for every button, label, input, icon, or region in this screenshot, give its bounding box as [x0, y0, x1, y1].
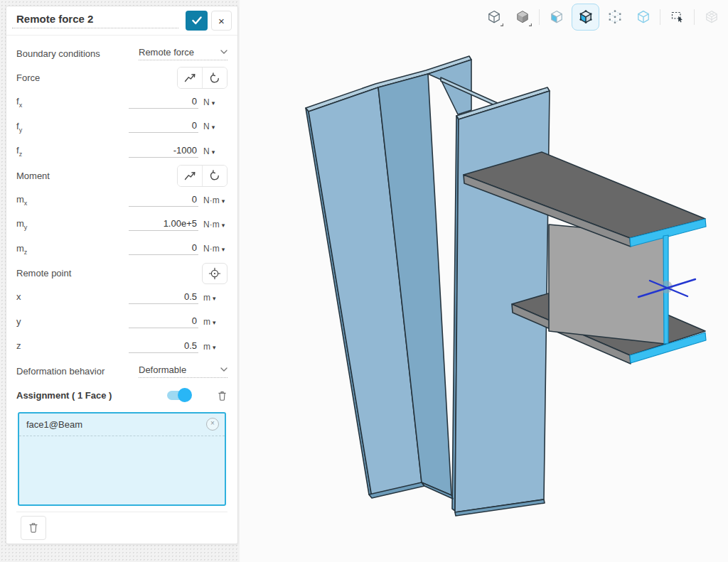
- trash-icon: [28, 522, 39, 534]
- mx-label: mx: [16, 194, 27, 207]
- panel-header: ×: [6, 6, 237, 36]
- check-icon: [192, 16, 202, 25]
- trash-icon: [217, 390, 228, 401]
- my-unit-dropdown[interactable]: N·m▾: [203, 220, 228, 229]
- toolbar-divider: [660, 9, 660, 25]
- y-unit-dropdown[interactable]: m▾: [203, 317, 228, 327]
- column-body[interactable]: [306, 56, 550, 516]
- x-label: x: [16, 291, 21, 304]
- row-mz: mz N·m▾: [16, 237, 228, 261]
- toolbar-mesh-view-button[interactable]: [698, 4, 724, 30]
- z-input[interactable]: [129, 340, 198, 353]
- toolbar-select-faces-button[interactable]: [572, 4, 599, 31]
- fz-input[interactable]: [129, 145, 198, 158]
- assignment-delete-button[interactable]: [217, 390, 228, 401]
- mx-unit-dropdown[interactable]: N·m▾: [203, 195, 228, 205]
- row-y: y m▾: [16, 310, 228, 334]
- mz-unit-dropdown[interactable]: N·m▾: [203, 244, 228, 254]
- mesh-cube-icon: [704, 9, 719, 25]
- row-mx: mx N·m▾: [16, 188, 228, 212]
- force-tool-group: [177, 67, 228, 89]
- chevron-down-icon: [220, 50, 228, 54]
- force-reset-button[interactable]: [202, 67, 227, 88]
- undo-icon: [209, 170, 220, 181]
- dropdown-corner-icon: [528, 22, 532, 26]
- remote-force-panel: × Boundary conditions Remote forceForce …: [6, 6, 238, 544]
- force-table-input-button[interactable]: [178, 67, 202, 88]
- toolbar-wireframe-view-button[interactable]: [481, 4, 507, 30]
- boundary-dropdown[interactable]: Remote force: [139, 47, 228, 60]
- cancel-button[interactable]: ×: [211, 11, 232, 31]
- fy-unit-dropdown[interactable]: N▾: [203, 121, 228, 131]
- cube-face-selected-icon: [578, 9, 594, 25]
- panel-rows: Boundary conditions Remote forceForce fx…: [16, 41, 228, 408]
- toolbar-divider: [539, 9, 540, 25]
- y-label: y: [16, 316, 21, 329]
- panel-title-input[interactable]: [12, 13, 178, 28]
- undo-icon: [209, 72, 220, 84]
- y-input[interactable]: [129, 315, 198, 328]
- row-boundary: Boundary conditions Remote force: [16, 41, 228, 65]
- toolbar-select-faces-alt-button[interactable]: [543, 4, 569, 30]
- row-z: z m▾: [16, 335, 228, 359]
- cube-vertices-icon: [607, 9, 623, 25]
- deformation-dropdown[interactable]: Deformable: [139, 364, 228, 378]
- row-assignment: Assignment ( 1 Face ): [16, 383, 228, 407]
- z-label: z: [16, 340, 21, 353]
- mx-input[interactable]: [129, 194, 198, 207]
- row-deformation: Deformation behavior Deformable: [16, 359, 228, 383]
- confirm-button[interactable]: [186, 11, 208, 31]
- row-fy: fy N▾: [16, 114, 228, 139]
- assignment-label: Assignment ( 1 Face ): [16, 390, 112, 401]
- fy-input[interactable]: [129, 120, 198, 133]
- fx-input[interactable]: [129, 96, 198, 109]
- remote_point-label: Remote point: [16, 268, 71, 279]
- z-unit-dropdown[interactable]: m▾: [203, 342, 228, 352]
- fx-label: fx: [16, 96, 22, 109]
- row-remote_point: Remote point: [16, 261, 228, 286]
- remove-face-icon[interactable]: ×: [206, 418, 219, 431]
- panel-footer: [16, 512, 228, 544]
- row-x: x m▾: [16, 286, 228, 310]
- dropdown-corner-icon: [499, 22, 503, 26]
- cube-body-icon: [636, 9, 651, 25]
- row-fz: fz N▾: [16, 139, 228, 163]
- clear-assignments-button[interactable]: [21, 516, 46, 540]
- target-icon: [208, 267, 221, 280]
- assignment-face-item[interactable]: face1@Beam ×: [19, 414, 225, 436]
- my-input[interactable]: [129, 218, 198, 231]
- close-icon: ×: [218, 16, 225, 26]
- chart-icon: [184, 72, 196, 83]
- chart-icon: [184, 171, 196, 181]
- moment-reset-button[interactable]: [202, 166, 227, 186]
- force-label: Force: [16, 72, 40, 83]
- cube-face-light-icon: [549, 9, 564, 25]
- my-label: my: [16, 218, 27, 231]
- assignment-list-box: face1@Beam ×: [18, 412, 226, 506]
- toolbar-box-select-button[interactable]: [664, 4, 690, 30]
- boundary-label: Boundary conditions: [16, 48, 100, 59]
- box-select-icon: [670, 9, 685, 25]
- x-unit-dropdown[interactable]: m▾: [203, 293, 228, 303]
- moment-label: Moment: [16, 171, 50, 181]
- toolbar-select-bodies-button[interactable]: [630, 4, 656, 30]
- toolbar-divider: [694, 9, 695, 25]
- toolbar-shaded-view-button[interactable]: [509, 4, 535, 30]
- x-input[interactable]: [129, 291, 198, 304]
- mz-label: mz: [16, 243, 27, 256]
- row-my: my N·m▾: [16, 212, 228, 237]
- assignment-face-label: face1@Beam: [26, 419, 206, 430]
- mz-input[interactable]: [129, 242, 198, 255]
- row-force: Force: [16, 65, 228, 90]
- fx-unit-dropdown[interactable]: N▾: [203, 97, 228, 107]
- assignment-toggle[interactable]: [167, 391, 190, 400]
- toolbar-select-vertices-button[interactable]: [601, 4, 628, 30]
- fz-label: fz: [16, 145, 22, 158]
- moment-tool-group: [177, 165, 228, 187]
- remote_point-pick-button[interactable]: [202, 263, 228, 284]
- chevron-down-icon: [220, 367, 228, 372]
- moment-table-input-button[interactable]: [178, 166, 202, 186]
- deformation-label: Deformation behavior: [16, 366, 105, 377]
- fz-unit-dropdown[interactable]: N▾: [203, 146, 228, 156]
- row-fx: fx N▾: [16, 90, 228, 114]
